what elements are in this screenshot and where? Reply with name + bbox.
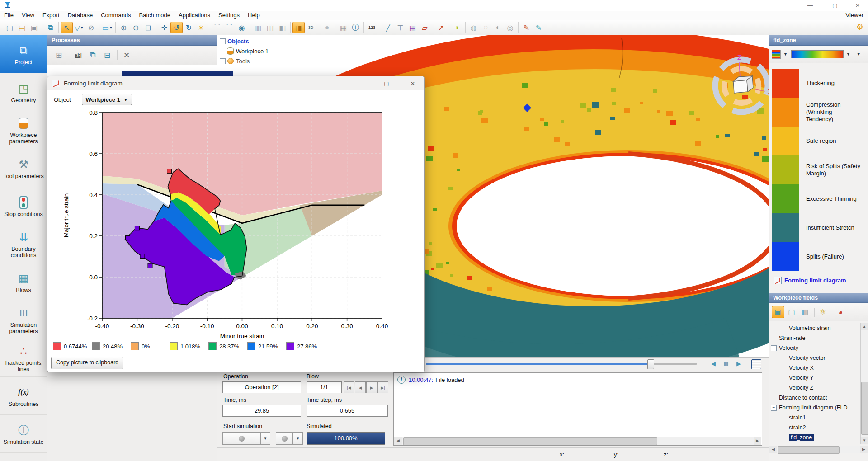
sidebar-item-stop-conditions[interactable]: Stop conditions [0, 187, 47, 225]
section-box-icon[interactable]: ▱ [419, 22, 431, 33]
tree-item-velocity-x[interactable]: Velocity X [769, 363, 860, 373]
half-section-view-icon[interactable]: ◨ [292, 22, 305, 33]
tree-item-strain-rate[interactable]: Strain-rate [769, 333, 860, 343]
minimize-button[interactable]: — [802, 1, 818, 10]
menu-applications[interactable]: Applications [175, 11, 214, 19]
mesh-view-icon[interactable]: ▥ [252, 22, 264, 33]
tree-vertical-scrollbar[interactable]: ▲ ▼ [860, 323, 868, 444]
log-messages[interactable]: i 10:00:47: File loaded ◀ ▶ [393, 372, 762, 446]
view-3d-icon[interactable]: 3D [305, 22, 317, 33]
collapse-icon[interactable]: − [220, 38, 226, 44]
pause-button[interactable]: ▮▮ [721, 359, 731, 369]
scroll-right-icon[interactable]: ▶ [860, 446, 868, 453]
new-file-icon[interactable]: ▢ [4, 22, 16, 33]
positioning-tool-icon[interactable]: ▽▼ [73, 22, 85, 33]
step-back-button[interactable]: ◀ [708, 359, 719, 369]
redo-rotate-icon[interactable]: ↻ [183, 22, 195, 33]
discrete-palette-icon[interactable] [772, 50, 781, 59]
dialog-title-bar[interactable]: Forming limit diagram ▢ ✕ [47, 76, 424, 90]
copy-process-icon[interactable]: ⧉ [86, 49, 99, 61]
scroll-up-icon[interactable]: ▲ [861, 323, 868, 330]
sidebar-item-simulation-state[interactable]: ⓘSimulation state [0, 415, 47, 453]
tree-item-fld-zone[interactable]: fld_zone [769, 433, 860, 442]
open-file-icon[interactable]: ▤ [16, 22, 28, 33]
menu-help[interactable]: Help [244, 11, 264, 19]
scrollbar-thumb[interactable] [778, 446, 840, 454]
start-simulation-dropdown[interactable]: ▼ [260, 432, 270, 445]
copy-picture-button[interactable]: Copy picture to clipboard [51, 357, 123, 369]
scroll-left-icon[interactable]: ◀ [394, 437, 402, 445]
step-forward-button[interactable]: ▶ [733, 359, 744, 369]
first-blow-button[interactable]: |◀ [344, 381, 354, 393]
collapse-icon[interactable]: − [220, 58, 226, 64]
hide-trajectory-icon[interactable]: ⌒ [211, 22, 223, 33]
zoom-out-icon[interactable]: ⊖ [130, 22, 142, 33]
tree-item-distance-to-contact[interactable]: Distance to contact [769, 393, 860, 403]
timeline-track[interactable] [426, 363, 697, 365]
gradient-palette-bar[interactable] [791, 50, 844, 58]
shaded-sphere-icon[interactable]: ● [321, 22, 333, 33]
close-button[interactable]: ✕ [849, 1, 866, 10]
secondary-state-dropdown[interactable]: ▼ [293, 432, 303, 445]
rename-process-icon[interactable]: ab| [71, 49, 85, 61]
gradient-dropdown-icon[interactable]: ▼ [846, 52, 850, 56]
sidebar-item-boundary-conditions[interactable]: ⇊Boundary conditions [0, 225, 47, 263]
field-chart-icon[interactable]: ◕ [834, 306, 847, 318]
wireframe-box-icon[interactable]: ▦ [337, 22, 349, 33]
dialog-close-button[interactable]: ✕ [407, 79, 419, 88]
tree-horizontal-scrollbar[interactable]: ◀ ▶ [769, 446, 868, 453]
processes-list[interactable] [47, 65, 217, 77]
sidebar-item-workpiece-parameters[interactable]: Workpiece parameters [0, 111, 47, 149]
time-step-field[interactable]: 0.655 [307, 405, 388, 417]
scroll-left-icon[interactable]: ◀ [769, 446, 777, 453]
section-inner-icon[interactable]: ▥ [799, 306, 811, 318]
sidebar-item-project[interactable]: ⧉Project [0, 35, 47, 73]
collapse-icon[interactable]: − [771, 405, 777, 411]
menu-export[interactable]: Export [38, 11, 64, 19]
tree-item-forming-limit-diagram-fld[interactable]: −Forming limit diagram (FLD [769, 403, 860, 413]
visibility-eye-icon[interactable]: ◉ [236, 22, 248, 33]
sidebar-item-geometry[interactable]: ◳Geometry [0, 73, 47, 111]
ruler-tool-icon[interactable]: ╱ [382, 22, 394, 33]
surface-probe-icon[interactable]: ◗ [451, 22, 463, 33]
secondary-state-button[interactable] [276, 432, 293, 445]
navigation-compass[interactable]: ZX [708, 44, 769, 118]
add-process-icon[interactable]: ⊞ [52, 49, 66, 61]
undo-icon[interactable]: ↺ [170, 22, 183, 33]
tree-item-velocity-z[interactable]: Velocity Z [769, 383, 860, 393]
dialog-maximize-button[interactable]: ▢ [381, 79, 392, 88]
edit-field-icon[interactable]: ✎ [520, 22, 533, 33]
maximize-button[interactable]: ▢ [827, 1, 843, 10]
palette-dropdown-icon[interactable]: ▼ [783, 52, 788, 56]
sidebar-item-blows[interactable]: ▦Blows [0, 263, 47, 301]
delete-process-icon[interactable]: ✕ [120, 49, 133, 61]
tree-item-velocity-vector[interactable]: Velocity vector [769, 353, 860, 363]
display-mode-icon[interactable]: ▭▼ [101, 22, 113, 33]
import-process-icon[interactable]: ⊟ [100, 49, 114, 61]
scroll-down-icon[interactable]: ▼ [861, 437, 868, 444]
forming-limit-diagram-link[interactable]: Forming limit diagram [784, 277, 846, 284]
menu-batch-mode[interactable]: Batch mode [135, 11, 175, 19]
record-animation-icon[interactable] [751, 359, 761, 369]
field-values-icon[interactable]: 123 [366, 22, 378, 33]
objects-root-row[interactable]: −Objects [220, 36, 269, 46]
object-dropdown[interactable]: Workpiece 1 ▼ [82, 94, 132, 105]
object-info-icon[interactable]: ⓘ [349, 22, 362, 33]
compass-svg[interactable]: ZX [708, 44, 769, 117]
scrollbar-thumb[interactable] [403, 437, 657, 445]
save-file-icon[interactable]: ▣ [28, 22, 40, 33]
scrollbar-thumb[interactable] [861, 382, 868, 435]
sidebar-item-simulation-parameters[interactable]: ☰Simulation parameters [0, 301, 47, 339]
edit-object-icon[interactable]: ✎ [533, 22, 545, 33]
collapse-icon[interactable]: − [771, 345, 777, 351]
zoom-in-icon[interactable]: ⊕ [118, 22, 130, 33]
grid-tool-icon[interactable]: ▦ [406, 22, 419, 33]
menu-file[interactable]: File [0, 11, 18, 19]
start-simulation-button[interactable] [222, 432, 260, 445]
show-trajectory-icon[interactable]: ⌒ [223, 22, 236, 33]
workpiece-disc-open-icon[interactable]: ◐ [492, 22, 504, 33]
previous-blow-button[interactable]: ◀ [355, 381, 366, 393]
workpiece-disc-full-icon[interactable]: ◍ [467, 22, 480, 33]
pan-view-icon[interactable]: ✛ [158, 22, 170, 33]
rotation-axis-icon[interactable]: ⊘ [85, 22, 97, 33]
